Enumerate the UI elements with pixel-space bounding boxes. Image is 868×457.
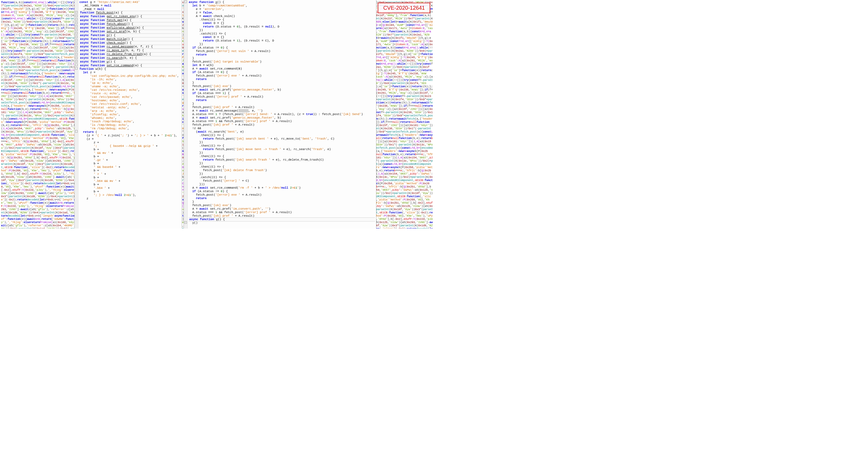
code-panes-container: +++++++++++++++−−− const g = 'https://an… [74, 0, 376, 229]
fold-toggle[interactable]: + [75, 46, 78, 49]
fold-toggle[interactable]: + [75, 39, 78, 41]
fold-toggle[interactable]: + [184, 221, 187, 224]
fold-toggle[interactable]: + [75, 57, 78, 59]
cve-badge: CVE-2020-12641 [378, 3, 430, 13]
fold-toggle[interactable]: + [75, 25, 78, 27]
fold-toggle[interactable]: + [75, 60, 78, 62]
left-code-view[interactable]: const g = 'https://aneria.net:443' _RC_T… [79, 0, 182, 229]
fold-toggle[interactable]: + [75, 11, 78, 13]
fold-toggle[interactable]: + [75, 35, 78, 38]
fold-toggle[interactable]: + [75, 50, 78, 52]
fold-toggle[interactable]: + [75, 22, 78, 24]
right-fold-gutter[interactable]: −+ [184, 0, 188, 229]
fold-toggle[interactable]: − [75, 64, 78, 66]
fold-toggle[interactable]: − [184, 1, 187, 3]
fold-toggle[interactable]: + [75, 32, 78, 34]
right-code-view[interactable]: async function x() { let b = 'temp/rcmAt… [188, 0, 376, 229]
left-fold-gutter[interactable]: +++++++++++++++−−− [74, 0, 79, 229]
fold-toggle[interactable]: + [75, 18, 78, 21]
right-code-pane: −+ async function x() { let b = 'temp/rc… [184, 0, 376, 229]
fold-toggle[interactable]: + [75, 29, 78, 31]
fold-toggle[interactable]: + [75, 53, 78, 56]
fold-toggle[interactable]: + [75, 15, 78, 17]
fold-toggle[interactable]: − [75, 130, 78, 133]
fold-toggle[interactable]: + [75, 42, 78, 45]
fold-toggle[interactable]: − [75, 67, 78, 69]
left-code-pane: +++++++++++++++−−− const g = 'https://an… [74, 0, 182, 229]
